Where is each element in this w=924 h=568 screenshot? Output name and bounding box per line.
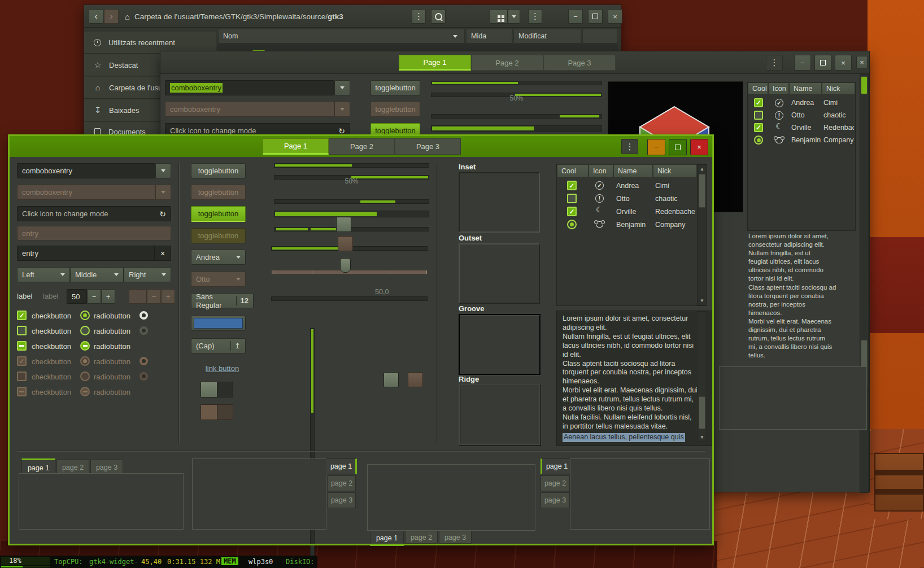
togglebutton[interactable]: togglebutton [191,163,246,178]
fm-minimize-button[interactable]: − [568,9,583,24]
view-dropdown-button[interactable] [508,9,520,24]
main-kebab-button[interactable]: ⋮ [621,139,638,154]
tree-checkbox-unchecked[interactable] [567,194,577,203]
bg-treeview[interactable]: Cool Icon Name Nick ✓ ✓ Andrea Cimi ! Ot… [747,82,856,231]
tree-cell-name[interactable]: Benjamin [791,136,822,144]
scrollbar-thumb[interactable] [861,76,868,94]
scroll-up-icon[interactable]: ▲ [698,167,707,172]
column-header-extra[interactable] [582,29,617,43]
link-button[interactable]: link button [191,364,254,373]
spinbutton-plus[interactable]: + [101,289,115,304]
bg-tab-page3[interactable]: Page 3 [543,55,616,71]
radiobutton-label[interactable]: radiobutton [94,342,130,351]
notebookB-tab-page1[interactable]: page 1 [326,458,357,474]
spinbutton-value[interactable]: 50 [67,289,87,304]
bg-minimize-button[interactable]: − [794,55,811,71]
vscale-handle[interactable] [383,372,399,387]
breadcrumb-segment[interactable]: GTK [225,12,241,21]
breadcrumb-segment[interactable]: Temes [201,12,223,21]
tree-cell-name[interactable]: Andrea [616,182,651,190]
switch-off[interactable] [201,382,233,397]
back-button[interactable]: ‹ [89,9,103,24]
spinbutton-minus[interactable]: − [87,289,101,304]
notebookC-tab-page2[interactable]: page 2 [405,531,438,544]
tree-cell-nick[interactable]: Cimi [655,182,695,190]
comboboxentry[interactable]: comboboxentry [17,163,155,178]
combobox-andrea[interactable]: Andrea [191,250,246,265]
column-header-size[interactable]: Mida [466,29,512,43]
tree-header-nick[interactable]: Nick [653,164,697,178]
linked-combo-left[interactable]: Left [17,267,70,282]
tree-radio-selected[interactable] [567,220,577,229]
radiobutton-label[interactable]: radiobutton [94,327,130,335]
small-radio-on[interactable] [140,311,148,320]
notebookB-tab-page3[interactable]: page 3 [328,492,356,508]
main-close-button[interactable]: × [690,139,708,155]
file-chooser-button[interactable]: (Cap) ↥ [191,338,246,353]
bg-tab-page2[interactable]: Page 2 [471,55,543,71]
menu-kebab-button[interactable]: ⋮ [412,9,426,24]
tree-checkbox-checked[interactable]: ✓ [754,123,763,132]
notebookD-tab-page3[interactable]: page 3 [541,492,570,508]
notebookC-tab-page3[interactable]: page 3 [439,531,472,544]
tree-checkbox-unchecked[interactable] [754,111,763,120]
small-radio-off[interactable] [140,326,148,335]
checkbutton-label[interactable]: checkbutton [32,312,71,320]
tree-cell-nick[interactable]: Redenbacher [655,208,695,216]
main-tab-page1[interactable]: Page 1 [263,138,329,155]
checkbutton-label[interactable]: checkbutton [32,327,71,335]
scrollbar-thumb[interactable] [699,174,705,208]
notebookA-tab-page2[interactable]: page 2 [56,460,89,475]
bg-maximize-button[interactable] [814,55,831,71]
forward-button[interactable]: › [104,9,119,24]
tree-cell-nick[interactable]: chaotic [823,111,854,119]
notebookD-tab-page2[interactable]: page 2 [541,475,570,491]
radiobutton-label[interactable]: radiobutton [94,312,130,320]
togglebutton-active[interactable]: togglebutton [191,206,246,222]
breadcrumb-segment[interactable]: Carpeta de l'usuari [134,12,198,21]
mode-entry[interactable]: Click icon to change mode ↻ [17,206,171,221]
bg-tree-header-nick[interactable]: Nick [822,82,855,95]
tree-cell-nick[interactable]: Redenbacher [823,124,854,132]
color-button[interactable] [191,316,246,331]
fm-maximize-button[interactable] [588,9,603,24]
bg-kebab-button[interactable]: ⋮ [766,55,783,71]
hscale-marks-trough[interactable] [271,296,428,301]
breadcrumb[interactable]: ⌂ Carpeta de l'usuari/ Temes/ GTK/ gtk3/… [125,9,343,24]
tree-checkbox-checked[interactable]: ✓ [754,98,763,107]
scroll-down-icon[interactable]: ▼ [698,435,707,440]
tree-header-cool[interactable]: Cool [557,164,589,178]
radiobutton-selected[interactable] [80,311,90,320]
tree-cell-name[interactable]: Orville [791,124,822,132]
textview-scrollbar[interactable]: ▼ [697,311,707,442]
tree-cell-nick[interactable]: Company [823,136,854,144]
tree-cell-name[interactable]: Otto [791,111,822,119]
hscale-marks-handle[interactable] [340,258,351,273]
view-grid-button[interactable] [490,9,508,24]
tree-cell-nick[interactable]: Company [655,221,695,229]
checkbutton-label[interactable]: checkbutton [32,342,71,351]
scrollbar-thumb[interactable] [699,396,705,429]
main-maximize-button[interactable] [669,139,687,155]
bg-tree-header-cool[interactable]: Cool [748,82,768,95]
entry[interactable]: entry × [17,246,171,261]
notebookD-tab-page1[interactable]: page 1 [541,458,572,474]
search-button[interactable] [431,9,446,24]
bg-togglebutton[interactable]: togglebutton [371,80,420,95]
checkbutton-indeterminate[interactable] [17,341,27,351]
tree-radio-selected[interactable] [754,136,763,145]
checkbutton-unchecked[interactable] [17,326,27,335]
clear-icon[interactable]: × [154,246,171,260]
tree-scrollbar[interactable]: ▲ ▼ [697,164,707,305]
treeview[interactable]: Cool Icon Name Nick ✓ ✓ Andrea Cimi ! Ot… [556,164,707,306]
textview[interactable]: Lorem ipsum dolor sit amet, consectetur … [556,311,713,446]
refresh-icon[interactable]: ↻ [159,209,166,219]
breadcrumb-segment[interactable]: source [303,12,326,21]
breadcrumb-segment[interactable]: Simplewaita [259,12,300,21]
notebookB-tab-page2[interactable]: page 2 [328,475,356,491]
tree-header-icon[interactable]: Icon [589,164,613,178]
tree-cell-name[interactable]: Otto [616,195,651,203]
column-header-name[interactable]: Nom [218,29,465,43]
comboboxentry-arrow[interactable] [155,163,171,178]
window-menu-button[interactable]: ⋮ [528,9,542,24]
